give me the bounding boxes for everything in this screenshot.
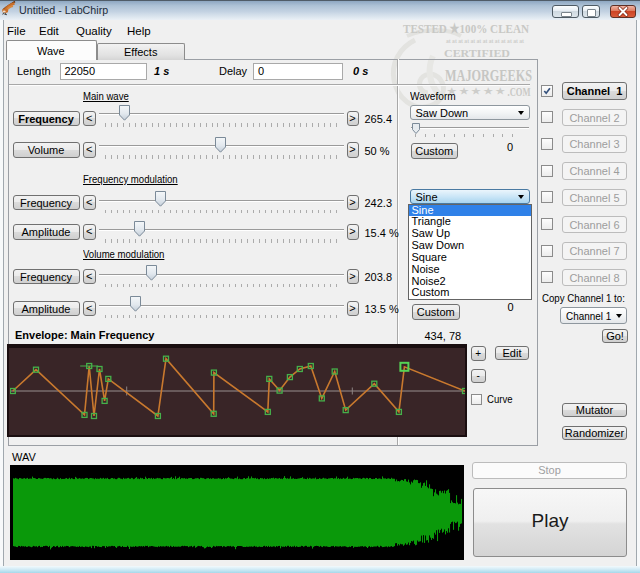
svg-text:TESTED ★100% CLEAN: TESTED ★100% CLEAN xyxy=(403,21,529,36)
svg-text:CERTIFIED: CERTIFIED xyxy=(444,47,510,59)
svg-text:at at at at at at at at at at: at at at at at at at at at at at at at xyxy=(446,38,524,44)
